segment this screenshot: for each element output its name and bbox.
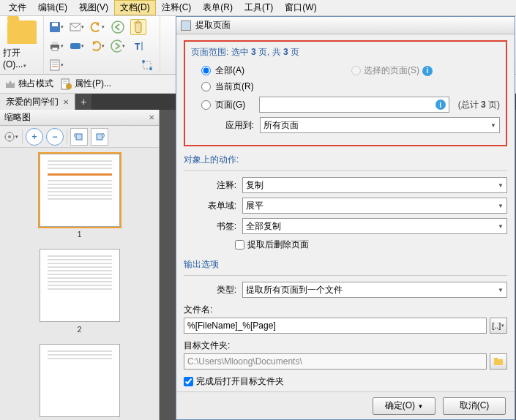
page-number: 2 xyxy=(37,325,122,334)
rotate-left-icon[interactable] xyxy=(70,128,88,146)
form-label: 表单域: xyxy=(184,200,242,212)
thumbnail-list[interactable]: 1 2 3 xyxy=(0,148,159,420)
output-title: 输出选项 xyxy=(184,258,507,271)
toolbar-buttons: ▾ ▾ ▾ ▾ ▾ ▾ ▾ T ▾ xyxy=(44,16,160,74)
svg-point-23 xyxy=(8,135,11,138)
folder-icon[interactable] xyxy=(7,20,37,44)
filename-label: 文件名: xyxy=(184,304,507,316)
panel-title-bar: 缩略图 ✕ xyxy=(0,110,159,126)
menu-document[interactable]: 文档(D) xyxy=(114,0,156,15)
form-combo[interactable]: 展平▼ xyxy=(242,198,507,214)
forward-icon[interactable]: ▾ xyxy=(110,38,126,54)
page-number: 1 xyxy=(37,230,122,239)
properties-button[interactable]: 属性(P)... xyxy=(61,78,111,90)
bookmark-label: 书签: xyxy=(184,220,242,233)
text-select-icon[interactable]: T xyxy=(130,38,146,54)
zoom-out-icon[interactable]: − xyxy=(46,128,64,146)
page-range-title: 页面范围: 选中 3 页, 共 3 页 xyxy=(191,46,500,59)
type-label: 类型: xyxy=(184,284,242,296)
info-icon[interactable]: i xyxy=(422,66,433,76)
panel-title: 缩略图 xyxy=(4,111,31,124)
apply-to-label: 应用到: xyxy=(201,119,260,132)
filename-input[interactable] xyxy=(184,318,487,334)
dialog-footer: 确定(O) ▼ 取消(C) xyxy=(176,391,515,419)
thumbnails-panel: 缩略图 ✕ ▾ + − 1 2 3 xyxy=(0,110,160,420)
close-icon[interactable]: ✕ xyxy=(63,98,69,106)
back-icon[interactable] xyxy=(110,19,126,35)
menu-form[interactable]: 表单(R) xyxy=(197,0,239,15)
open-button-label[interactable]: 打开(O)...▾ xyxy=(3,47,40,70)
browse-folder-button[interactable] xyxy=(490,353,507,370)
delete-after-checkbox[interactable] xyxy=(235,240,244,250)
annot-combo[interactable]: 复制▼ xyxy=(242,177,507,193)
menu-file[interactable]: 文件 xyxy=(3,0,32,15)
menu-annotate[interactable]: 注释(C) xyxy=(156,0,198,15)
page-thumbnail[interactable] xyxy=(40,154,120,227)
menubar: 文件 编辑(E) 视图(V) 文档(D) 注释(C) 表单(R) 工具(T) 窗… xyxy=(0,0,516,16)
radio-pages[interactable] xyxy=(201,100,211,110)
menu-view[interactable]: 视图(V) xyxy=(73,0,114,15)
svg-rect-26 xyxy=(494,359,503,365)
open-after-label: 完成后打开目标文件夹 xyxy=(196,375,284,388)
radio-current[interactable] xyxy=(201,82,211,91)
filename-macro-button[interactable]: [..]▾ xyxy=(490,318,507,334)
menu-window[interactable]: 窗口(W) xyxy=(279,0,322,15)
crown-icon xyxy=(4,79,16,89)
actions-title: 对象上的动作: xyxy=(184,154,507,166)
apply-to-combo[interactable]: 所有页面▼ xyxy=(260,117,500,133)
info-icon[interactable]: i xyxy=(435,100,446,110)
annot-label: 注释: xyxy=(184,179,242,192)
page-thumbnail[interactable] xyxy=(40,344,120,417)
crop-icon[interactable] xyxy=(139,57,155,73)
menu-tools[interactable]: 工具(T) xyxy=(239,0,279,15)
new-tab-button[interactable]: + xyxy=(75,94,91,110)
open-group: 打开(O)...▾ xyxy=(0,16,44,74)
document-tab[interactable]: 亲爱的同学们 ✕ xyxy=(0,94,75,110)
dialog-titlebar[interactable]: 提取页面 xyxy=(176,17,515,34)
radio-pages-label: 页面(G) xyxy=(215,99,255,111)
ok-button[interactable]: 确定(O) ▼ xyxy=(373,397,435,415)
bookmark-combo[interactable]: 全部复制▼ xyxy=(242,218,507,234)
hand-tool-icon[interactable] xyxy=(130,19,146,35)
open-after-checkbox[interactable] xyxy=(184,377,193,386)
extract-pages-dialog: 提取页面 页面范围: 选中 3 页, 共 3 页 全部(A) 选择的页面(S) … xyxy=(176,16,515,420)
cancel-button[interactable]: 取消(C) xyxy=(443,397,506,415)
panel-close-icon[interactable]: ✕ xyxy=(149,113,154,121)
pages-input[interactable]: i xyxy=(259,97,449,113)
dialog-title: 提取页面 xyxy=(195,19,231,31)
undo-icon[interactable]: ▾ xyxy=(89,19,105,35)
svg-point-16 xyxy=(142,60,145,63)
radio-all-label: 全部(A) xyxy=(215,64,244,77)
radio-all[interactable] xyxy=(201,66,211,75)
redo-icon[interactable]: ▾ xyxy=(89,38,105,54)
radio-selected-label: 选择的页面(S) xyxy=(364,64,419,77)
thumbnails-toolbar: ▾ + − xyxy=(0,126,159,148)
exclusive-mode-button[interactable]: 独占模式 xyxy=(4,78,53,90)
options-icon[interactable]: ▾ xyxy=(3,129,19,145)
radio-current-label: 当前页(R) xyxy=(215,80,254,93)
doc-icon[interactable]: ▾ xyxy=(48,57,64,73)
dialog-body: 页面范围: 选中 3 页, 共 3 页 全部(A) 选择的页面(S) i 当前页… xyxy=(176,34,515,391)
dialog-icon xyxy=(181,20,191,31)
menu-edit[interactable]: 编辑(E) xyxy=(32,0,73,15)
page-thumbnail[interactable] xyxy=(40,249,120,322)
svg-rect-6 xyxy=(52,48,58,50)
mail-icon[interactable]: ▾ xyxy=(69,19,85,35)
svg-point-3 xyxy=(112,21,124,33)
pages-count: (总计 3 页) xyxy=(458,99,500,111)
radio-selected[interactable] xyxy=(351,66,361,75)
folder-input[interactable] xyxy=(184,353,487,370)
svg-rect-5 xyxy=(52,42,58,45)
properties-icon xyxy=(61,78,72,90)
save-icon[interactable]: ▾ xyxy=(48,19,64,35)
print-icon[interactable]: ▾ xyxy=(48,38,64,54)
svg-rect-15 xyxy=(143,61,151,69)
tab-label: 亲爱的同学们 xyxy=(6,96,59,108)
svg-rect-25 xyxy=(97,134,102,140)
type-combo[interactable]: 提取所有页面到一个文件▼ xyxy=(242,282,507,298)
folder-icon xyxy=(493,357,504,366)
folder-label: 目标文件夹: xyxy=(184,340,507,352)
zoom-in-icon[interactable]: + xyxy=(26,128,43,146)
rotate-right-icon[interactable] xyxy=(91,128,108,146)
scan-icon[interactable]: ▾ xyxy=(69,38,85,54)
